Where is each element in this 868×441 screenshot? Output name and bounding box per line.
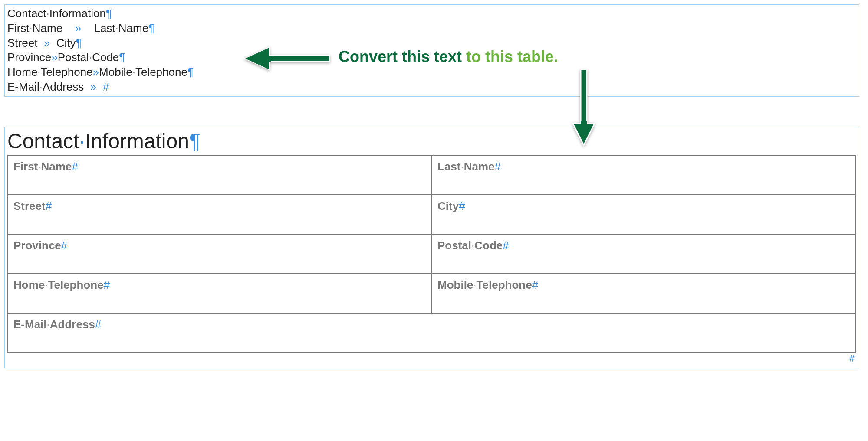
tab-mark-icon: » [90,80,96,93]
cell-first-name: First·Name# [8,155,432,195]
hash-mark-icon: # [61,239,67,252]
table-row: Home·Telephone# Mobile·Telephone# [8,274,856,313]
tab-mark-icon: » [44,36,50,49]
arrow-left-icon [243,43,330,75]
table-heading: Contact·Information¶ [5,129,859,155]
cell-city: City# [432,195,856,234]
svg-rect-2 [581,69,587,126]
hash-mark-icon: # [459,199,465,212]
cell-postal: Postal·Code# [432,234,856,274]
cell-last-name: Last·Name# [432,155,856,195]
tab-mark-icon: » [75,22,81,35]
cell-province: Province# [8,234,432,274]
annotation-part1: Convert this text [339,48,466,65]
text-line-0: Contact·Information¶ [7,7,856,21]
hash-mark-icon: # [495,160,501,173]
text-line-5: E-Mail·Address » # [7,80,856,95]
svg-rect-3 [581,121,587,126]
hash-mark-icon: # [503,239,509,252]
space-dot-icon: · [79,130,85,153]
hash-mark-icon: # [46,199,52,212]
pilcrow-icon: ¶ [106,7,112,20]
arrow-down-icon [569,69,599,149]
cell-street: Street# [8,195,432,234]
pilcrow-icon: ¶ [119,51,125,64]
pilcrow-icon: ¶ [76,36,82,49]
table-row: E-Mail·Address# [8,313,856,353]
hash-mark-icon: # [72,160,78,173]
cell-home-tel: Home·Telephone# [8,274,432,313]
cell-mobile-tel: Mobile·Telephone# [432,274,856,313]
tab-mark-icon: » [51,51,57,64]
result-table-container: Contact·Information¶ First·Name# Last·Na… [4,127,859,368]
table-row: Province# Postal·Code# [8,234,856,274]
trailing-hash-mark: # [5,353,859,364]
tab-mark-icon: » [93,65,99,78]
pilcrow-icon: ¶ [187,65,194,78]
pilcrow-icon: ¶ [148,22,155,35]
hash-mark-icon: # [532,278,538,291]
contact-table: First·Name# Last·Name# Street# City# Pro… [7,155,856,353]
table-row: Street# City# [8,195,856,234]
hash-mark-icon: # [104,278,110,291]
svg-rect-1 [267,56,271,62]
pilcrow-icon: ¶ [189,130,201,153]
text-line-1: First·Name » Last·Name¶ [7,21,856,36]
hash-mark-icon: # [103,80,109,93]
hash-mark-icon: # [95,318,101,331]
annotation-part2: to this table. [466,48,558,65]
svg-rect-0 [268,56,330,62]
cell-email: E-Mail·Address# [8,313,856,353]
text-line-4: Home·Telephone»Mobile·Telephone¶ [7,65,856,80]
table-row: First·Name# Last·Name# [8,155,856,195]
annotation-caption: Convert this text to this table. [339,48,558,66]
